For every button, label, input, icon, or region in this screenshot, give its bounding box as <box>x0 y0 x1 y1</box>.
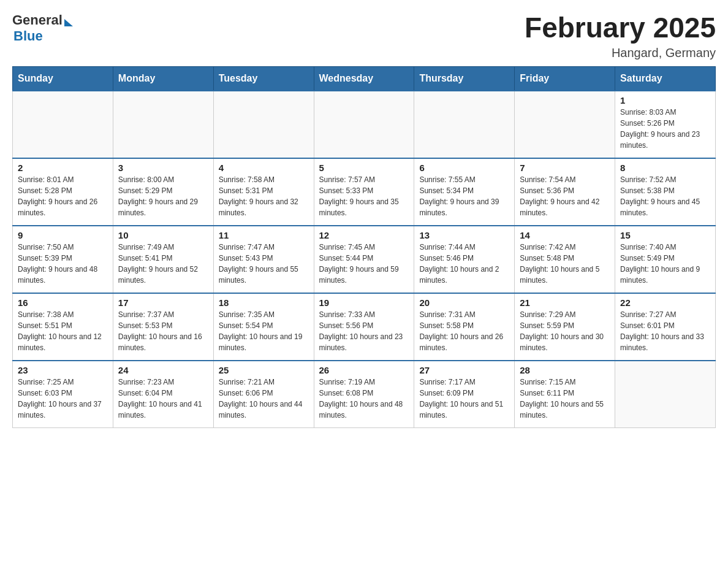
calendar-day-cell: 8Sunrise: 7:52 AM Sunset: 5:38 PM Daylig… <box>615 158 716 226</box>
day-info: Sunrise: 7:17 AM Sunset: 6:09 PM Dayligh… <box>419 377 509 421</box>
day-info: Sunrise: 7:25 AM Sunset: 6:03 PM Dayligh… <box>18 377 108 421</box>
day-number: 25 <box>219 365 309 375</box>
day-number: 12 <box>319 230 409 240</box>
calendar-day-cell: 18Sunrise: 7:35 AM Sunset: 5:54 PM Dayli… <box>213 293 314 361</box>
calendar-table: SundayMondayTuesdayWednesdayThursdayFrid… <box>12 66 716 429</box>
day-number: 14 <box>520 230 610 240</box>
day-info: Sunrise: 7:42 AM Sunset: 5:48 PM Dayligh… <box>520 242 610 286</box>
day-number: 13 <box>419 230 509 240</box>
day-number: 9 <box>18 230 108 240</box>
day-number: 3 <box>118 163 208 173</box>
day-info: Sunrise: 7:55 AM Sunset: 5:34 PM Dayligh… <box>419 174 509 218</box>
day-number: 7 <box>520 163 610 173</box>
day-info: Sunrise: 7:49 AM Sunset: 5:41 PM Dayligh… <box>118 242 208 286</box>
day-of-week-header: Saturday <box>615 66 716 91</box>
calendar-day-cell <box>615 361 716 428</box>
calendar-day-cell: 14Sunrise: 7:42 AM Sunset: 5:48 PM Dayli… <box>515 226 615 293</box>
day-number: 11 <box>219 230 309 240</box>
day-number: 21 <box>520 297 610 308</box>
day-number: 18 <box>219 297 309 308</box>
day-info: Sunrise: 7:38 AM Sunset: 5:51 PM Dayligh… <box>18 309 108 353</box>
day-info: Sunrise: 7:23 AM Sunset: 6:04 PM Dayligh… <box>118 377 208 421</box>
month-title: February 2025 <box>525 12 716 44</box>
logo: General Blue <box>12 12 73 45</box>
day-number: 22 <box>620 297 710 308</box>
calendar-day-cell: 2Sunrise: 8:01 AM Sunset: 5:28 PM Daylig… <box>13 158 113 226</box>
calendar-day-cell: 9Sunrise: 7:50 AM Sunset: 5:39 PM Daylig… <box>13 226 113 293</box>
calendar-day-cell: 1Sunrise: 8:03 AM Sunset: 5:26 PM Daylig… <box>615 91 716 158</box>
day-info: Sunrise: 7:37 AM Sunset: 5:53 PM Dayligh… <box>118 309 208 353</box>
calendar-day-cell: 21Sunrise: 7:29 AM Sunset: 5:59 PM Dayli… <box>515 293 615 361</box>
location-text: Hangard, Germany <box>525 46 716 60</box>
calendar-day-cell: 26Sunrise: 7:19 AM Sunset: 6:08 PM Dayli… <box>314 361 414 428</box>
day-info: Sunrise: 7:40 AM Sunset: 5:49 PM Dayligh… <box>620 242 710 286</box>
day-number: 23 <box>18 365 108 375</box>
day-number: 28 <box>520 365 610 375</box>
day-of-week-header: Thursday <box>414 66 515 91</box>
day-info: Sunrise: 7:33 AM Sunset: 5:56 PM Dayligh… <box>319 309 409 353</box>
day-info: Sunrise: 7:29 AM Sunset: 5:59 PM Dayligh… <box>520 309 610 353</box>
logo-blue-text: Blue <box>13 28 73 44</box>
calendar-week-row: 2Sunrise: 8:01 AM Sunset: 5:28 PM Daylig… <box>13 158 716 226</box>
calendar-day-cell: 22Sunrise: 7:27 AM Sunset: 6:01 PM Dayli… <box>615 293 716 361</box>
calendar-day-cell <box>515 91 615 158</box>
day-info: Sunrise: 7:44 AM Sunset: 5:46 PM Dayligh… <box>419 242 509 286</box>
day-info: Sunrise: 7:45 AM Sunset: 5:44 PM Dayligh… <box>319 242 409 286</box>
day-of-week-header: Wednesday <box>314 66 414 91</box>
calendar-week-row: 9Sunrise: 7:50 AM Sunset: 5:39 PM Daylig… <box>13 226 716 293</box>
calendar-day-cell: 10Sunrise: 7:49 AM Sunset: 5:41 PM Dayli… <box>113 226 213 293</box>
day-info: Sunrise: 8:03 AM Sunset: 5:26 PM Dayligh… <box>620 107 710 151</box>
day-info: Sunrise: 7:31 AM Sunset: 5:58 PM Dayligh… <box>419 309 509 353</box>
calendar-day-cell: 25Sunrise: 7:21 AM Sunset: 6:06 PM Dayli… <box>213 361 314 428</box>
day-info: Sunrise: 7:52 AM Sunset: 5:38 PM Dayligh… <box>620 174 710 218</box>
day-info: Sunrise: 7:21 AM Sunset: 6:06 PM Dayligh… <box>219 377 309 421</box>
day-number: 8 <box>620 163 710 173</box>
day-number: 1 <box>620 95 710 105</box>
calendar-day-cell: 28Sunrise: 7:15 AM Sunset: 6:11 PM Dayli… <box>515 361 615 428</box>
calendar-day-cell: 19Sunrise: 7:33 AM Sunset: 5:56 PM Dayli… <box>314 293 414 361</box>
day-info: Sunrise: 7:27 AM Sunset: 6:01 PM Dayligh… <box>620 309 710 353</box>
calendar-day-cell: 15Sunrise: 7:40 AM Sunset: 5:49 PM Dayli… <box>615 226 716 293</box>
day-number: 4 <box>219 163 309 173</box>
day-number: 2 <box>18 163 108 173</box>
day-number: 27 <box>419 365 509 375</box>
day-info: Sunrise: 7:50 AM Sunset: 5:39 PM Dayligh… <box>18 242 108 286</box>
calendar-day-cell: 17Sunrise: 7:37 AM Sunset: 5:53 PM Dayli… <box>113 293 213 361</box>
calendar-day-cell: 12Sunrise: 7:45 AM Sunset: 5:44 PM Dayli… <box>314 226 414 293</box>
day-of-week-header: Monday <box>113 66 213 91</box>
logo-triangle-icon <box>64 19 73 26</box>
day-number: 19 <box>319 297 409 308</box>
day-number: 5 <box>319 163 409 173</box>
day-info: Sunrise: 7:19 AM Sunset: 6:08 PM Dayligh… <box>319 377 409 421</box>
logo-wrapper: General Blue <box>12 12 73 45</box>
day-number: 6 <box>419 163 509 173</box>
day-of-week-header: Sunday <box>13 66 113 91</box>
day-number: 15 <box>620 230 710 240</box>
day-number: 16 <box>18 297 108 308</box>
calendar-day-cell: 13Sunrise: 7:44 AM Sunset: 5:46 PM Dayli… <box>414 226 515 293</box>
day-info: Sunrise: 7:47 AM Sunset: 5:43 PM Dayligh… <box>219 242 309 286</box>
day-info: Sunrise: 7:54 AM Sunset: 5:36 PM Dayligh… <box>520 174 610 218</box>
day-number: 20 <box>419 297 509 308</box>
calendar-day-cell <box>113 91 213 158</box>
day-info: Sunrise: 7:58 AM Sunset: 5:31 PM Dayligh… <box>219 174 309 218</box>
day-info: Sunrise: 7:35 AM Sunset: 5:54 PM Dayligh… <box>219 309 309 353</box>
calendar-week-row: 1Sunrise: 8:03 AM Sunset: 5:26 PM Daylig… <box>13 91 716 158</box>
day-of-week-header: Friday <box>515 66 615 91</box>
calendar-day-cell: 20Sunrise: 7:31 AM Sunset: 5:58 PM Dayli… <box>414 293 515 361</box>
day-number: 26 <box>319 365 409 375</box>
title-block: February 2025 Hangard, Germany <box>525 12 716 60</box>
day-info: Sunrise: 7:15 AM Sunset: 6:11 PM Dayligh… <box>520 377 610 421</box>
day-number: 24 <box>118 365 208 375</box>
day-number: 17 <box>118 297 208 308</box>
day-number: 10 <box>118 230 208 240</box>
calendar-day-cell <box>314 91 414 158</box>
day-info: Sunrise: 8:01 AM Sunset: 5:28 PM Dayligh… <box>18 174 108 218</box>
calendar-day-cell: 6Sunrise: 7:55 AM Sunset: 5:34 PM Daylig… <box>414 158 515 226</box>
calendar-day-cell <box>13 91 113 158</box>
calendar-day-cell: 24Sunrise: 7:23 AM Sunset: 6:04 PM Dayli… <box>113 361 213 428</box>
calendar-day-cell: 16Sunrise: 7:38 AM Sunset: 5:51 PM Dayli… <box>13 293 113 361</box>
calendar-day-cell: 27Sunrise: 7:17 AM Sunset: 6:09 PM Dayli… <box>414 361 515 428</box>
calendar-week-row: 23Sunrise: 7:25 AM Sunset: 6:03 PM Dayli… <box>13 361 716 428</box>
calendar-header-row: SundayMondayTuesdayWednesdayThursdayFrid… <box>13 66 716 91</box>
